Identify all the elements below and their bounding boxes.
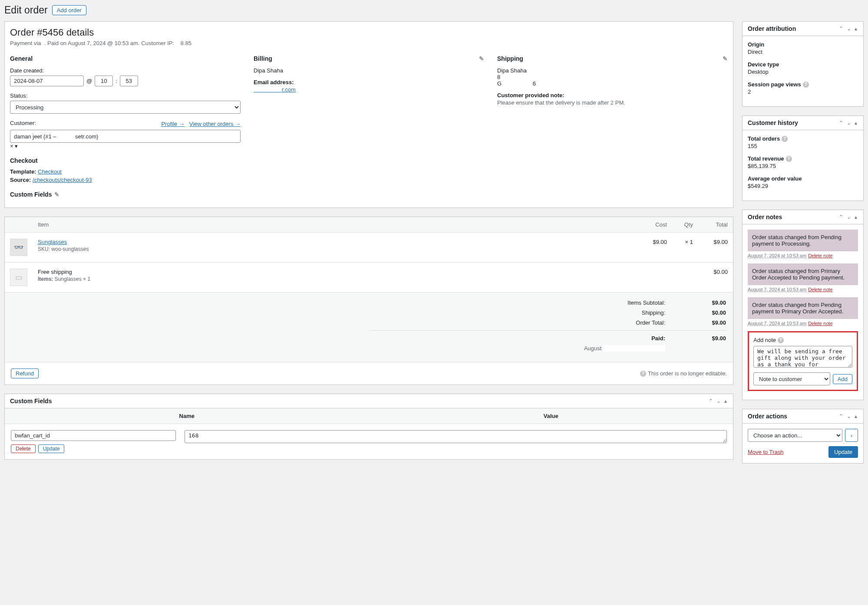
edit-custom-fields-icon[interactable]: ✎ — [54, 191, 59, 198]
template-link[interactable]: Checkout — [38, 168, 62, 175]
col-item: Item — [33, 217, 637, 233]
help-icon[interactable]: ? — [786, 156, 792, 162]
toggle-icon[interactable]: ▴ — [723, 398, 728, 404]
delete-note-link[interactable]: Delete note — [808, 287, 832, 292]
shipping-icon: ▭ — [10, 269, 27, 286]
checkout-heading: Checkout — [10, 157, 241, 164]
shipping-heading: Shipping — [497, 55, 523, 62]
order-meta: Payment via t. Paid on August 7, 2024 @ … — [10, 40, 728, 46]
clear-customer-icon[interactable]: × — [10, 143, 13, 149]
order-notes-panel: Order notes ⌃⌄▴ Order status changed fro… — [742, 210, 864, 400]
date-created-label: Date created: — [10, 67, 241, 74]
customer-note-label: Customer provided note: — [497, 92, 728, 99]
product-qty: × 1 — [672, 233, 698, 263]
cf-value-input[interactable]: 168 — [185, 430, 727, 443]
billing-name: Dipa Shaha — [254, 67, 484, 74]
cf-value-header: Value — [369, 408, 733, 424]
shipping-name: Dipa Shaha — [497, 67, 728, 74]
status-select[interactable]: Processing — [10, 101, 241, 114]
note-type-select[interactable]: Note to customer — [753, 372, 830, 385]
move-up-icon[interactable]: ⌃ — [838, 214, 844, 220]
order-items-panel: Item Cost Qty Total 👓 Sunglasses SKU: wo… — [4, 217, 733, 385]
hour-input[interactable] — [95, 76, 113, 86]
custom-fields-panel: Custom Fields ⌃ ⌄ ▴ Name Value Delete Up… — [4, 394, 733, 460]
move-down-icon[interactable]: ⌄ — [846, 413, 852, 419]
help-icon[interactable]: ? — [803, 82, 809, 88]
order-note: Order status changed from Pending paymen… — [748, 230, 858, 251]
order-action-select[interactable]: Choose an action... — [748, 429, 842, 442]
table-row: 👓 Sunglasses SKU: woo-sunglasses $9.00 ×… — [5, 233, 733, 263]
billing-heading: Billing — [254, 55, 272, 62]
not-editable-text: This order is no longer editable. — [648, 370, 727, 377]
order-attribution-panel: Order attribution ⌃⌄▴ OriginDirect Devic… — [742, 21, 864, 107]
minute-input[interactable] — [120, 76, 138, 86]
toggle-icon[interactable]: ▴ — [854, 413, 858, 419]
billing-email-link[interactable]: xxxxxxxxxxr.com — [254, 86, 296, 93]
move-up-icon[interactable]: ⌃ — [838, 26, 844, 32]
customer-select[interactable] — [10, 130, 241, 143]
product-thumb: 👓 — [10, 239, 27, 256]
cf-name-header: Name — [5, 408, 369, 424]
apply-action-button[interactable]: › — [845, 429, 858, 442]
help-icon[interactable]: ? — [782, 136, 788, 142]
move-to-trash-link[interactable]: Move to Trash — [748, 449, 783, 455]
customer-label: Customer: — [10, 120, 36, 126]
move-up-icon[interactable]: ⌃ — [838, 413, 844, 419]
col-qty: Qty — [672, 217, 698, 233]
general-heading: General — [10, 55, 241, 62]
chevron-down-icon[interactable]: ▾ — [15, 143, 18, 149]
order-note: Order status changed from Primary Order … — [748, 263, 858, 285]
order-title: Order #5456 details — [10, 27, 728, 38]
refund-button[interactable]: Refund — [11, 368, 39, 378]
at-symbol: @ — [86, 78, 92, 84]
toggle-icon[interactable]: ▴ — [854, 120, 858, 126]
shipping-total: $0.00 — [698, 263, 733, 293]
delete-note-link[interactable]: Delete note — [808, 321, 832, 326]
delete-note-link[interactable]: Delete note — [808, 253, 832, 258]
cf-update-button[interactable]: Update — [38, 444, 65, 453]
shipping-method: Free shipping — [38, 269, 632, 275]
page-title: Edit order — [4, 4, 48, 16]
help-icon[interactable]: ? — [778, 337, 784, 343]
move-up-icon[interactable]: ⌃ — [708, 398, 714, 404]
add-order-button[interactable]: Add order — [52, 5, 86, 15]
items-table: Item Cost Qty Total 👓 Sunglasses SKU: wo… — [5, 217, 733, 293]
customer-history-panel: Customer history ⌃⌄▴ Total orders?155 To… — [742, 115, 864, 201]
order-details-panel: Order #5456 details Payment via t. Paid … — [4, 21, 733, 208]
move-down-icon[interactable]: ⌄ — [846, 26, 852, 32]
edit-shipping-icon[interactable]: ✎ — [723, 55, 728, 62]
help-icon[interactable]: ? — [640, 371, 646, 377]
add-note-textarea[interactable]: We will be sending a free gift along wit… — [753, 346, 852, 368]
table-row: ▭ Free shipping Items: Sunglasses × 1 $0… — [5, 263, 733, 293]
product-cost: $9.00 — [637, 233, 672, 263]
move-up-icon[interactable]: ⌃ — [838, 120, 844, 126]
add-note-box: Add note ? We will be sending a free gif… — [748, 331, 858, 391]
source-link[interactable]: /checkouts/checkout-93 — [33, 177, 92, 183]
move-down-icon[interactable]: ⌄ — [716, 398, 722, 404]
email-label: Email address: — [254, 79, 484, 85]
edit-billing-icon[interactable]: ✎ — [479, 55, 484, 62]
custom-fields-inline-heading: Custom Fields — [10, 191, 52, 198]
move-down-icon[interactable]: ⌄ — [846, 214, 852, 220]
col-cost: Cost — [637, 217, 672, 233]
col-total: Total — [698, 217, 733, 233]
add-note-button[interactable]: Add — [833, 374, 852, 384]
customer-note: Please ensure that the delivery is made … — [497, 99, 728, 106]
order-actions-panel: Order actions ⌃⌄▴ Choose an action... › … — [742, 409, 864, 464]
toggle-icon[interactable]: ▴ — [854, 26, 858, 32]
custom-fields-heading: Custom Fields — [10, 398, 52, 404]
view-other-orders-link[interactable]: View other orders → — [189, 121, 241, 127]
date-input[interactable] — [10, 76, 84, 86]
update-order-button[interactable]: Update — [828, 446, 858, 458]
profile-link[interactable]: Profile → — [161, 121, 184, 127]
cf-delete-button[interactable]: Delete — [11, 444, 36, 453]
product-link[interactable]: Sunglasses — [38, 239, 67, 245]
status-label: Status: — [10, 92, 241, 99]
toggle-icon[interactable]: ▴ — [854, 214, 858, 220]
move-down-icon[interactable]: ⌄ — [846, 120, 852, 126]
cf-name-input[interactable] — [11, 430, 176, 441]
order-note: Order status changed from Pending paymen… — [748, 297, 858, 319]
product-total: $9.00 — [698, 233, 733, 263]
